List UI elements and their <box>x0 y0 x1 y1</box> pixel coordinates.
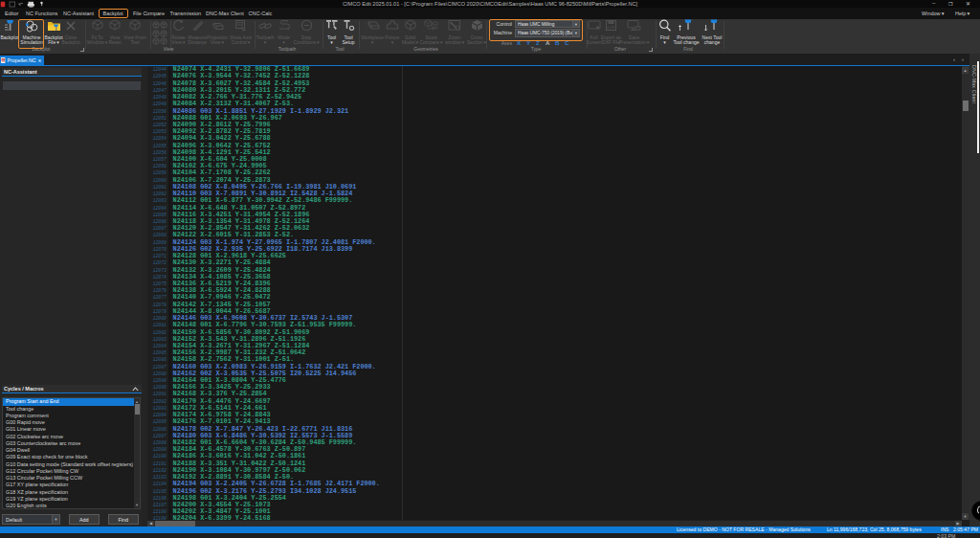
svg-text:DXF: DXF <box>608 25 616 30</box>
